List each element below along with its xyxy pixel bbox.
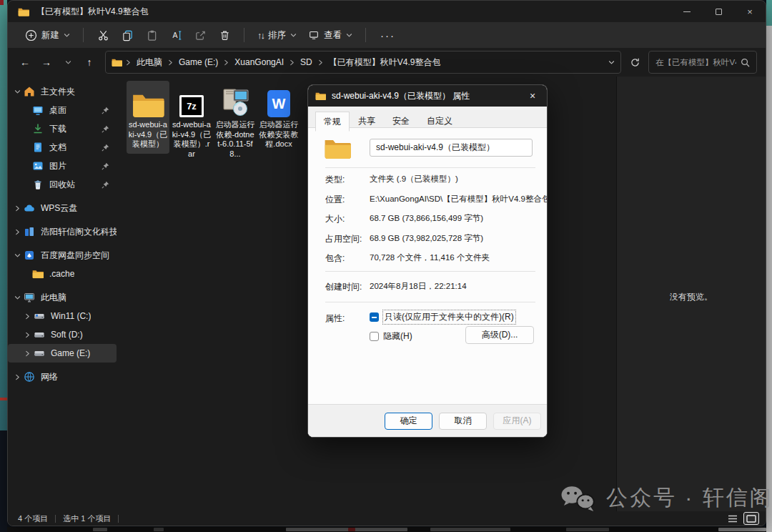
sidebar-item-recycle-bin[interactable]: 回收站: [8, 175, 117, 194]
readonly-checkbox[interactable]: [370, 312, 379, 322]
file-name: sd-webui-aki-v4.9（已装模型）: [128, 120, 168, 149]
sidebar-item-baidu-sync[interactable]: 百度网盘同步空间: [8, 246, 117, 265]
file-tile-archive[interactable]: 7z sd-webui-aki-v4.9（已装模型）.rar: [170, 81, 213, 163]
pin-icon[interactable]: [102, 125, 109, 133]
more-options-button[interactable]: ···: [373, 29, 402, 41]
delete-button[interactable]: [212, 24, 237, 46]
breadcrumb-item[interactable]: XuanGongAI: [229, 55, 289, 69]
sidebar-item-drive-d[interactable]: Soft (D:): [8, 325, 117, 344]
chevron-down-icon[interactable]: [11, 253, 24, 258]
search-placeholder: 在【已有模型】秋叶V4.9...: [655, 57, 736, 68]
address-dropdown-button[interactable]: [608, 60, 615, 65]
breadcrumb[interactable]: 此电脑 Game (E:) XuanGongAI SD 【已有模型】秋叶V4.9…: [105, 51, 621, 74]
share-button[interactable]: [188, 24, 212, 46]
breadcrumb-item[interactable]: 【已有模型】秋叶V4.9整合包: [324, 54, 446, 71]
chevron-down-icon[interactable]: [11, 295, 24, 300]
tab-customize[interactable]: 自定义: [418, 111, 461, 131]
sidebar-item-cache-folder[interactable]: .cache: [8, 265, 117, 283]
chevron-right-icon[interactable]: [21, 350, 34, 357]
chevron-right-icon[interactable]: [11, 205, 24, 212]
properties-dialog: sd-webui-aki-v4.9（已装模型） 属性 × 常规 共享 安全 自定…: [307, 84, 548, 438]
chevron-right-icon[interactable]: [21, 313, 34, 320]
close-button[interactable]: ×: [734, 1, 766, 22]
sidebar-item-this-pc[interactable]: 此电脑: [8, 288, 117, 307]
sort-button[interactable]: ↑↓ 排序: [252, 24, 302, 46]
thumbnail-view-button[interactable]: [744, 513, 758, 524]
tab-general[interactable]: 常规: [315, 112, 350, 132]
maximize-button[interactable]: [703, 1, 734, 22]
address-row: ← → ↑ 此电脑 Game (E:) XuanGongAI SD 【已有模型】…: [8, 48, 766, 77]
breadcrumb-item[interactable]: Game (E:): [174, 55, 223, 69]
sidebar-item-desktop[interactable]: 桌面: [8, 101, 117, 119]
view-button[interactable]: 查看: [302, 24, 358, 46]
taskbar-sliver: [7, 527, 766, 532]
dialog-footer: 确定 取消 应用(A): [308, 404, 547, 437]
status-bar: 4 个项目 选中 1 个项目: [8, 511, 766, 526]
rename-icon: A: [170, 29, 182, 41]
tab-security[interactable]: 安全: [384, 111, 418, 131]
details-view-button[interactable]: [726, 513, 740, 524]
pin-icon[interactable]: [102, 162, 109, 170]
paste-icon: [146, 29, 158, 41]
cut-button[interactable]: [91, 24, 115, 46]
sidebar-item-downloads[interactable]: 下载: [8, 119, 117, 138]
folder-name-input[interactable]: [370, 139, 533, 157]
preview-pane: 没有预览。: [616, 77, 766, 511]
dialog-close-button[interactable]: ×: [518, 85, 547, 107]
recent-locations-button[interactable]: [58, 52, 78, 72]
ok-button[interactable]: 确定: [385, 413, 432, 430]
rename-button[interactable]: A: [164, 24, 188, 46]
minimize-button[interactable]: [671, 1, 703, 22]
up-button[interactable]: ↑: [79, 52, 99, 72]
sort-label: 排序: [268, 29, 286, 41]
sidebar-item-drive-e[interactable]: Game (E:): [8, 344, 117, 363]
property-row-type: 类型: 文件夹 (.9（已装模型）): [325, 174, 544, 186]
sidebar-item-home[interactable]: 主文件夹: [8, 82, 117, 101]
file-tile-installer[interactable]: 启动器运行依赖-dotnet-6.0.11-5f8...: [214, 81, 257, 163]
sidebar-item-documents[interactable]: 文档: [8, 138, 117, 157]
sidebar-item-network[interactable]: 网络: [8, 368, 117, 386]
pin-icon[interactable]: [102, 107, 109, 114]
chevron-right-icon[interactable]: [11, 229, 24, 235]
hidden-checkbox[interactable]: [370, 332, 379, 341]
file-name: 启动器运行依赖安装教程.docx: [259, 120, 299, 149]
pin-icon[interactable]: [102, 181, 109, 189]
back-button[interactable]: ←: [15, 52, 35, 72]
tab-sharing[interactable]: 共享: [350, 111, 384, 131]
document-icon: [32, 142, 44, 153]
paste-button[interactable]: [139, 24, 164, 46]
chevron-down-icon: [64, 33, 70, 38]
pin-icon[interactable]: [102, 144, 109, 152]
file-tile-document[interactable]: W 启动器运行依赖安装教程.docx: [257, 81, 300, 154]
download-icon: [32, 123, 44, 134]
advanced-button[interactable]: 高级(D)...: [465, 326, 534, 344]
breadcrumb-item[interactable]: SD: [295, 55, 317, 69]
file-tile-folder[interactable]: sd-webui-aki-v4.9（已装模型）: [127, 81, 169, 154]
sidebar-item-drive-c[interactable]: Win11 (C:): [8, 307, 117, 325]
svg-text:A: A: [172, 31, 177, 39]
chevron-right-icon[interactable]: [11, 374, 24, 380]
navigation-pane: 主文件夹 桌面 下载 文档 图片: [8, 77, 121, 511]
breadcrumb-chevron-icon: [224, 59, 229, 66]
desktop-icon: [32, 104, 44, 116]
sidebar-item-wps-cloud[interactable]: WPS云盘: [8, 199, 117, 217]
new-button[interactable]: 新建: [19, 24, 76, 46]
sidebar-item-company-cloud[interactable]: 浩阳轩信阁文化科技有限公...: [8, 222, 117, 241]
this-pc-icon: [24, 292, 35, 303]
drive-icon: [34, 348, 45, 359]
breadcrumb-item[interactable]: 此电脑: [132, 54, 167, 71]
title-bar: 【已有模型】秋叶V4.9整合包 ×: [8, 1, 766, 22]
copy-button[interactable]: [115, 24, 139, 46]
search-input[interactable]: 在【已有模型】秋叶V4.9...: [648, 51, 757, 74]
forward-button[interactable]: →: [36, 52, 56, 72]
view-icon: [308, 29, 320, 41]
chevron-right-icon[interactable]: [21, 332, 34, 338]
sidebar-item-pictures[interactable]: 图片: [8, 157, 117, 175]
command-bar: 新建 A ↑↓ 排序 查看: [8, 22, 766, 48]
drive-icon: [34, 329, 45, 340]
cancel-button[interactable]: 取消: [439, 413, 487, 430]
refresh-button[interactable]: [624, 52, 645, 72]
windows-drive-icon: [34, 310, 45, 322]
chevron-down-icon[interactable]: [11, 89, 24, 94]
hidden-label: 隐藏(H): [383, 330, 412, 343]
